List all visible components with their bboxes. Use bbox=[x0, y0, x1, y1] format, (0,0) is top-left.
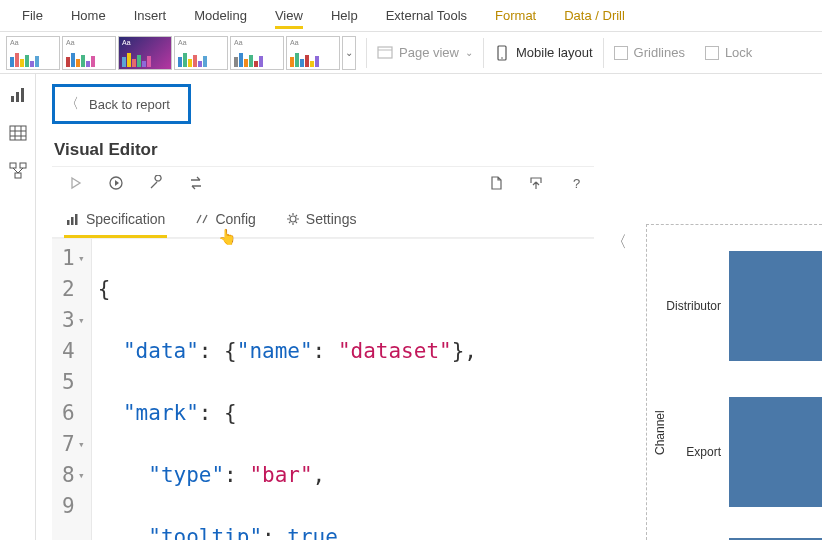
tab-specification[interactable]: Specification bbox=[64, 205, 167, 237]
main-area: 〈 Back to report Visual Editor 👆 〈 ? Spe… bbox=[36, 74, 822, 540]
back-to-report-button[interactable]: 〈 Back to report bbox=[52, 84, 191, 124]
report-view-icon[interactable] bbox=[9, 86, 27, 104]
svg-marker-19 bbox=[115, 180, 119, 186]
page-view-group[interactable]: Page view ⌄ bbox=[377, 45, 473, 61]
play-icon[interactable] bbox=[68, 175, 84, 191]
mobile-layout-group[interactable]: Mobile layout bbox=[494, 45, 593, 61]
chart-bar-1 bbox=[729, 397, 822, 507]
back-label: Back to report bbox=[89, 97, 170, 112]
gridlines-group[interactable]: Gridlines bbox=[614, 45, 685, 60]
model-view-icon[interactable] bbox=[9, 162, 27, 180]
editor-header: Visual Editor bbox=[52, 138, 594, 166]
svg-rect-4 bbox=[11, 96, 14, 102]
settings-tab-icon bbox=[286, 212, 300, 226]
tab-specification-label: Specification bbox=[86, 211, 165, 227]
theme-thumb-2[interactable]: Aa bbox=[62, 36, 116, 70]
svg-point-3 bbox=[501, 57, 503, 59]
svg-rect-6 bbox=[21, 88, 24, 102]
help-icon[interactable]: ? bbox=[568, 175, 584, 191]
new-spec-icon[interactable] bbox=[488, 175, 504, 191]
mobile-icon bbox=[494, 45, 510, 61]
tab-config-label: Config bbox=[215, 211, 255, 227]
svg-rect-12 bbox=[10, 163, 16, 168]
svg-line-16 bbox=[18, 168, 23, 173]
svg-text:?: ? bbox=[573, 176, 580, 191]
tab-config[interactable]: Config bbox=[193, 205, 257, 237]
lock-checkbox[interactable] bbox=[705, 46, 719, 60]
collapse-pane-icon[interactable]: 〈 bbox=[611, 232, 627, 253]
theme-thumb-4[interactable]: Aa bbox=[174, 36, 228, 70]
editor-body: ? Specification Config Settings 1▾ 2 3▾ bbox=[52, 166, 594, 540]
swap-icon[interactable] bbox=[188, 175, 204, 191]
gridlines-checkbox[interactable] bbox=[614, 46, 628, 60]
chevron-down-icon: ⌄ bbox=[465, 47, 473, 58]
menu-external-tools[interactable]: External Tools bbox=[372, 2, 481, 29]
theme-thumb-3[interactable]: Aa bbox=[118, 36, 172, 70]
chart-bar-row-2: Wholesale bbox=[657, 533, 822, 540]
export-icon[interactable] bbox=[528, 175, 544, 191]
menu-insert[interactable]: Insert bbox=[120, 2, 181, 29]
chart-category-0: Distributor bbox=[657, 299, 729, 313]
code-editor[interactable]: 1▾ 2 3▾ 4 5 6 7▾ 8▾ 9 { "data": {"name":… bbox=[52, 238, 594, 540]
menu-home[interactable]: Home bbox=[57, 2, 120, 29]
chart-y-axis-label: Channel bbox=[653, 410, 667, 455]
svg-rect-21 bbox=[67, 220, 70, 225]
svg-rect-5 bbox=[16, 92, 19, 102]
menu-file[interactable]: File bbox=[8, 2, 57, 29]
page-view-label: Page view bbox=[399, 45, 459, 60]
svg-rect-23 bbox=[75, 214, 78, 225]
menu-format[interactable]: Format bbox=[481, 2, 550, 29]
svg-rect-22 bbox=[71, 217, 74, 225]
svg-marker-17 bbox=[72, 178, 80, 188]
theme-thumb-6[interactable]: Aa bbox=[286, 36, 340, 70]
tab-settings-label: Settings bbox=[306, 211, 357, 227]
line-gutter: 1▾ 2 3▾ 4 5 6 7▾ 8▾ 9 bbox=[52, 239, 92, 540]
svg-point-24 bbox=[290, 216, 296, 222]
spec-tab-icon bbox=[66, 212, 80, 226]
svg-line-15 bbox=[13, 168, 18, 173]
chart-bar-0 bbox=[729, 251, 822, 361]
ribbon: Aa Aa Aa Aa Aa Aa ⌄ Page view ⌄ bbox=[0, 32, 822, 74]
chevron-left-icon: 〈 bbox=[65, 95, 79, 113]
gridlines-label: Gridlines bbox=[634, 45, 685, 60]
data-view-icon[interactable] bbox=[9, 124, 27, 142]
mobile-layout-label: Mobile layout bbox=[516, 45, 593, 60]
parse-icon[interactable] bbox=[108, 175, 124, 191]
editor-tabs: Specification Config Settings bbox=[52, 199, 594, 238]
lock-group[interactable]: Lock bbox=[705, 45, 752, 60]
menu-help[interactable]: Help bbox=[317, 2, 372, 29]
theme-gallery: Aa Aa Aa Aa Aa Aa ⌄ bbox=[6, 36, 356, 70]
chart-bar-row-1: Export bbox=[657, 387, 822, 517]
svg-rect-14 bbox=[15, 173, 21, 178]
editor-toolbar: ? bbox=[52, 167, 594, 199]
menu-modeling[interactable]: Modeling bbox=[180, 2, 261, 29]
theme-thumb-1[interactable]: Aa bbox=[6, 36, 60, 70]
chart-category-1: Export bbox=[657, 445, 729, 459]
chart-bar-row-0: Distributor bbox=[657, 241, 822, 371]
left-view-rail bbox=[0, 74, 36, 540]
menubar: File Home Insert Modeling View Help Exte… bbox=[0, 0, 822, 32]
svg-rect-7 bbox=[10, 126, 26, 140]
lock-label: Lock bbox=[725, 45, 752, 60]
chart-preview: Channel Distributor Export Wholesale bbox=[646, 224, 822, 540]
theme-more-button[interactable]: ⌄ bbox=[342, 36, 356, 70]
repair-icon[interactable] bbox=[148, 175, 164, 191]
theme-thumb-5[interactable]: Aa bbox=[230, 36, 284, 70]
visual-editor-title: Visual Editor bbox=[54, 140, 158, 160]
page-view-icon bbox=[377, 45, 393, 61]
code-content[interactable]: { "data": {"name": "dataset"}, "mark": {… bbox=[92, 239, 483, 540]
svg-rect-13 bbox=[20, 163, 26, 168]
tab-settings[interactable]: Settings bbox=[284, 205, 359, 237]
config-tab-icon bbox=[195, 212, 209, 226]
menu-view[interactable]: View bbox=[261, 2, 317, 29]
menu-data-drill[interactable]: Data / Drill bbox=[550, 2, 639, 29]
svg-rect-0 bbox=[378, 47, 392, 58]
